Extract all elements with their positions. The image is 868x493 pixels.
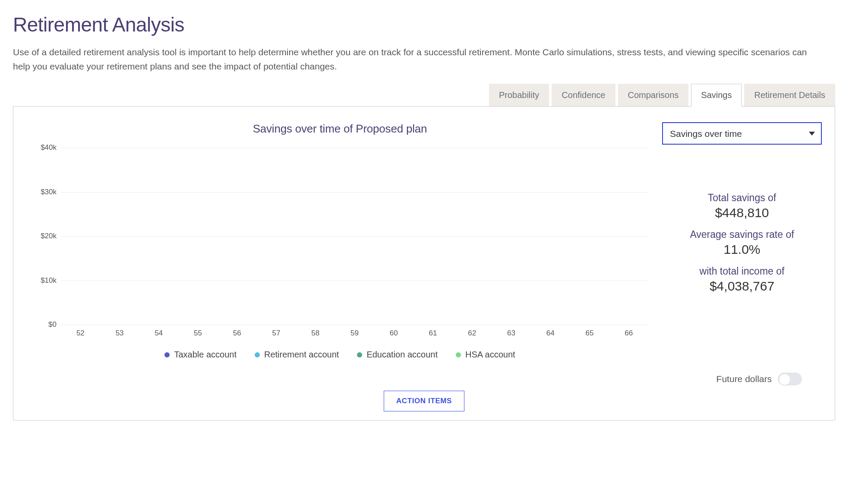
legend-item-retirement-account[interactable]: Retirement account <box>255 350 339 360</box>
legend-swatch <box>357 352 362 357</box>
x-tick: 60 <box>374 325 413 338</box>
chart-x-axis: 525354555657585960616263646566 <box>61 325 653 338</box>
y-tick: $0 <box>48 320 57 329</box>
gridline <box>61 148 648 148</box>
x-tick: 64 <box>531 325 570 338</box>
legend-label: Education account <box>366 350 438 360</box>
legend-item-hsa-account[interactable]: HSA account <box>456 350 515 360</box>
y-tick: $20k <box>41 232 57 240</box>
gridline <box>61 236 648 237</box>
y-tick: $40k <box>41 143 57 152</box>
x-tick: 65 <box>570 325 609 338</box>
legend-swatch <box>255 352 260 357</box>
legend-item-taxable-account[interactable]: Taxable account <box>164 350 237 360</box>
legend-swatch <box>456 352 461 357</box>
total-savings-value: $448,810 <box>662 205 822 220</box>
future-dollars-toggle[interactable] <box>778 373 802 386</box>
x-tick: 55 <box>178 325 218 338</box>
tab-bar: ProbabilityConfidenceComparisonsSavingsR… <box>13 84 835 107</box>
total-income-value: $4,038,767 <box>662 279 822 294</box>
summary-stats: Total savings of $448,810 Average saving… <box>662 192 822 294</box>
savings-chart: $0$10k$20k$30k$40k <box>26 148 653 325</box>
x-tick: 57 <box>257 325 296 338</box>
gridline <box>61 325 648 325</box>
view-select-wrap: Savings over time <box>662 122 822 145</box>
tab-comparisons[interactable]: Comparisons <box>618 84 689 107</box>
x-tick: 63 <box>492 325 531 338</box>
view-select[interactable]: Savings over time <box>662 122 822 145</box>
x-tick: 52 <box>61 325 100 338</box>
chart-y-axis: $0$10k$20k$30k$40k <box>26 148 61 325</box>
x-tick: 56 <box>218 325 257 338</box>
x-tick: 66 <box>609 325 648 338</box>
x-tick: 58 <box>296 325 335 338</box>
avg-rate-value: 11.0% <box>662 242 822 257</box>
legend-item-education-account[interactable]: Education account <box>357 350 438 360</box>
chart-title: Savings over time of Proposed plan <box>26 122 653 136</box>
legend-label: Taxable account <box>174 350 237 360</box>
action-items-button[interactable]: ACTION ITEMS <box>384 391 464 411</box>
total-income-label: with total income of <box>662 265 822 277</box>
tab-retirement-details[interactable]: Retirement Details <box>744 84 835 107</box>
legend-label: HSA account <box>465 350 515 360</box>
x-tick: 54 <box>139 325 178 338</box>
tab-probability[interactable]: Probability <box>489 84 549 107</box>
page-intro: Use of a detailed retirement analysis to… <box>13 45 824 73</box>
x-tick: 53 <box>100 325 139 338</box>
chart-legend: Taxable accountRetirement accountEducati… <box>26 350 653 360</box>
avg-rate-label: Average savings rate of <box>662 229 822 240</box>
future-dollars-label: Future dollars <box>716 374 772 384</box>
tab-savings[interactable]: Savings <box>691 84 742 107</box>
x-tick: 61 <box>413 325 453 338</box>
tab-confidence[interactable]: Confidence <box>552 84 615 107</box>
gridline <box>61 281 648 281</box>
legend-label: Retirement account <box>264 350 339 360</box>
gridline <box>61 192 648 193</box>
chart-plot <box>61 148 648 325</box>
page-title: Retirement Analysis <box>13 13 855 36</box>
x-tick: 62 <box>452 325 492 338</box>
x-tick: 59 <box>335 325 374 338</box>
y-tick: $10k <box>41 276 57 285</box>
savings-panel: Savings over time of Proposed plan $0$10… <box>13 106 835 420</box>
total-savings-label: Total savings of <box>662 192 822 204</box>
legend-swatch <box>164 352 170 357</box>
y-tick: $30k <box>41 188 57 196</box>
